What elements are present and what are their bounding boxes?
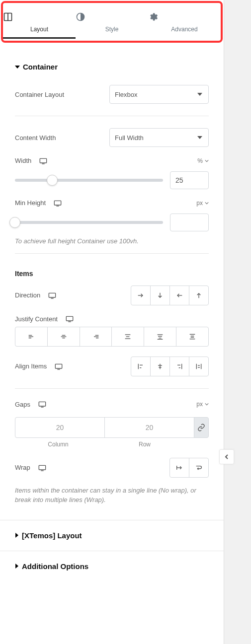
content-width-select[interactable]: Full Width bbox=[109, 128, 209, 147]
min-height-slider[interactable] bbox=[15, 221, 163, 224]
responsive-icon[interactable] bbox=[66, 315, 74, 322]
min-height-unit-select[interactable]: px bbox=[196, 200, 209, 207]
tab-layout[interactable]: Layout bbox=[3, 3, 76, 39]
wrap-button[interactable] bbox=[189, 458, 209, 478]
width-input[interactable] bbox=[170, 171, 209, 189]
justify-space-evenly-button[interactable] bbox=[176, 327, 209, 347]
right-gutter bbox=[224, 0, 251, 644]
align-group bbox=[131, 357, 209, 376]
tab-underline bbox=[3, 37, 76, 39]
responsive-icon[interactable] bbox=[38, 401, 46, 408]
section-container-header[interactable]: Container bbox=[15, 54, 209, 80]
width-slider[interactable] bbox=[15, 179, 163, 182]
tab-style[interactable]: Style bbox=[76, 3, 148, 39]
tab-layout-label: Layout bbox=[30, 26, 48, 33]
min-height-input[interactable] bbox=[170, 214, 209, 231]
svg-rect-13 bbox=[66, 316, 73, 321]
chevron-down-icon bbox=[205, 402, 209, 406]
responsive-icon[interactable] bbox=[38, 464, 46, 471]
link-icon bbox=[197, 424, 205, 431]
direction-group bbox=[131, 286, 209, 305]
wrap-group bbox=[169, 458, 209, 478]
divider bbox=[15, 388, 209, 389]
gaps-label: Gaps bbox=[15, 401, 30, 408]
container-layout-label: Container Layout bbox=[15, 91, 64, 98]
gaps-unit-select[interactable]: px bbox=[196, 401, 209, 408]
justify-center-button[interactable] bbox=[47, 327, 80, 347]
tab-advanced-label: Advanced bbox=[171, 26, 197, 33]
align-start-button[interactable] bbox=[131, 357, 151, 376]
justify-space-around-button[interactable] bbox=[144, 327, 176, 347]
direction-label: Direction bbox=[15, 291, 40, 299]
width-unit-select[interactable]: % bbox=[197, 157, 209, 164]
svg-rect-35 bbox=[56, 364, 62, 368]
gap-row-label: Row bbox=[101, 441, 188, 448]
align-stretch-button[interactable] bbox=[189, 357, 209, 376]
gap-column-label: Column bbox=[15, 441, 101, 448]
responsive-icon[interactable] bbox=[54, 200, 62, 207]
section-additional-header[interactable]: Additional Options bbox=[0, 551, 224, 581]
section-additional-title: Additional Options bbox=[22, 562, 88, 571]
svg-rect-3 bbox=[40, 158, 47, 163]
items-label: Items bbox=[15, 261, 209, 281]
svg-rect-7 bbox=[49, 293, 56, 297]
gear-icon bbox=[148, 12, 221, 22]
layout-icon bbox=[3, 12, 76, 22]
container-layout-select[interactable]: Flexbox bbox=[109, 85, 209, 104]
caret-right-icon bbox=[15, 564, 19, 569]
responsive-icon[interactable] bbox=[48, 292, 56, 299]
wrap-label: Wrap bbox=[15, 464, 30, 471]
chevron-down-icon bbox=[205, 201, 209, 205]
min-height-hint: To achieve full height Container use 100… bbox=[15, 236, 209, 246]
style-icon bbox=[76, 12, 148, 22]
section-xtemos-header[interactable]: [XTemos] Layout bbox=[0, 520, 224, 551]
section-xtemos-title: [XTemos] Layout bbox=[22, 531, 82, 540]
content-width-label: Content Width bbox=[15, 134, 56, 142]
align-label: Align Items bbox=[15, 362, 47, 370]
align-end-button[interactable] bbox=[169, 357, 189, 376]
width-label: Width bbox=[15, 157, 31, 164]
responsive-icon[interactable] bbox=[55, 363, 63, 370]
section-container-title: Container bbox=[23, 63, 58, 71]
min-height-slider-thumb[interactable] bbox=[9, 217, 20, 228]
caret-right-icon bbox=[15, 533, 19, 538]
editor-tabs: Layout Style Advanced bbox=[3, 3, 221, 39]
width-slider-thumb[interactable] bbox=[47, 175, 58, 186]
gap-link-button[interactable] bbox=[194, 417, 209, 438]
justify-label: Justify Content bbox=[15, 315, 58, 323]
caret-down-icon bbox=[15, 65, 20, 70]
min-height-label: Min Height bbox=[15, 199, 46, 207]
direction-column-button[interactable] bbox=[150, 286, 170, 305]
wrap-hint: Items within the container can stay in a… bbox=[15, 486, 209, 505]
direction-row-button[interactable] bbox=[131, 286, 151, 305]
svg-rect-50 bbox=[39, 402, 45, 406]
chevron-left-icon bbox=[224, 454, 229, 460]
svg-rect-52 bbox=[39, 465, 45, 470]
panel-collapse-button[interactable] bbox=[219, 449, 234, 464]
tabs-highlight: Layout Style Advanced bbox=[1, 1, 223, 43]
chevron-down-icon bbox=[205, 159, 209, 163]
svg-rect-5 bbox=[54, 201, 61, 205]
justify-group bbox=[15, 327, 209, 347]
gap-row-input[interactable] bbox=[104, 417, 194, 438]
justify-end-button[interactable] bbox=[80, 327, 112, 347]
tab-advanced[interactable]: Advanced bbox=[148, 3, 221, 39]
divider bbox=[15, 253, 209, 254]
justify-start-button[interactable] bbox=[15, 327, 48, 347]
responsive-icon[interactable] bbox=[39, 157, 47, 164]
divider bbox=[15, 116, 209, 116]
tab-style-label: Style bbox=[105, 26, 119, 33]
align-center-button[interactable] bbox=[150, 357, 170, 376]
gap-column-input[interactable] bbox=[15, 417, 105, 438]
direction-column-reverse-button[interactable] bbox=[189, 286, 209, 305]
nowrap-button[interactable] bbox=[169, 458, 189, 478]
direction-row-reverse-button[interactable] bbox=[169, 286, 189, 305]
justify-space-between-button[interactable] bbox=[111, 327, 144, 347]
